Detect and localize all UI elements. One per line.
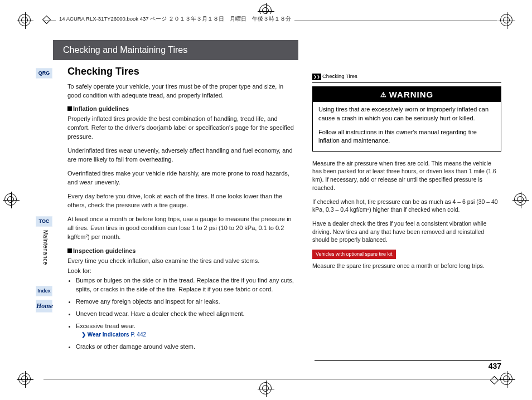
breadcrumb: ❯❯Checking Tires <box>312 72 501 80</box>
note-p3: Have a dealer check the tires if you fee… <box>312 219 501 244</box>
inflation-p4: Every day before you drive, look at each… <box>67 192 296 210</box>
bullet-4: Excessive tread wear. ❯ Wear Indicators … <box>76 322 296 339</box>
inflation-p2: Underinflated tires wear unevenly, adver… <box>67 147 296 164</box>
intro-text: To safely operate your vehicle, your tir… <box>67 82 296 100</box>
chevron-icon: ❯❯ <box>312 74 321 80</box>
inspection-p1: Every time you check inflation, also exa… <box>67 257 296 266</box>
warning-p2: Follow all instructions in this owner's … <box>318 128 495 145</box>
warning-box: ⚠WARNING Using tires that are excessivel… <box>312 86 501 152</box>
warning-header: ⚠WARNING <box>313 87 501 102</box>
note-p1: Measure the air pressure when tires are … <box>312 159 501 192</box>
toc-button[interactable]: TOC <box>36 216 52 227</box>
qrg-button[interactable]: QRG <box>36 68 52 79</box>
inspection-heading: Inspection guidelines <box>73 247 136 254</box>
square-bullet-icon <box>67 248 72 253</box>
inflation-heading: Inflation guidelines <box>73 105 129 112</box>
arrow-icon: ❯ <box>81 331 86 338</box>
section-title: Checking Tires <box>67 65 296 79</box>
page-number: 437 <box>489 361 501 372</box>
home-button[interactable]: Home <box>36 300 52 313</box>
inflation-p5: At least once a month or before long tri… <box>67 215 296 242</box>
inflation-p3: Overinflated tires make your vehicle rid… <box>67 169 296 187</box>
note-p4: Measure the spare tire pressure once a m… <box>312 262 501 270</box>
page-title-bar: Checking and Maintaining Tires <box>53 40 298 60</box>
bullet-5: Cracks or other damage around valve stem… <box>76 343 296 352</box>
square-bullet-icon <box>67 106 72 111</box>
vehicle-option-tag: Vehicles with optional spare tire kit <box>312 250 396 259</box>
section-tab: Maintenance <box>41 230 49 265</box>
bullet-3: Uneven tread wear. Have a dealer check t… <box>76 310 296 319</box>
note-p2: If checked when hot, tire pressure can b… <box>312 198 501 214</box>
index-button[interactable]: Index <box>36 286 52 296</box>
header-meta: 14 ACURA RLX-31TY26000.book 437 ページ ２０１３… <box>56 14 294 23</box>
bullet-1: Bumps or bulges on the side or in the tr… <box>76 276 296 294</box>
bullet-2: Remove any foreign objects and inspect f… <box>76 297 296 306</box>
wear-indicators-link[interactable]: ❯ Wear Indicators P. 442 <box>81 331 296 339</box>
inspection-p2: Look for: <box>67 267 296 276</box>
warning-triangle-icon: ⚠ <box>380 90 387 100</box>
inflation-p1: Properly inflated tires provide the best… <box>67 115 296 142</box>
warning-p1: Using tires that are excessively worn or… <box>318 105 495 123</box>
